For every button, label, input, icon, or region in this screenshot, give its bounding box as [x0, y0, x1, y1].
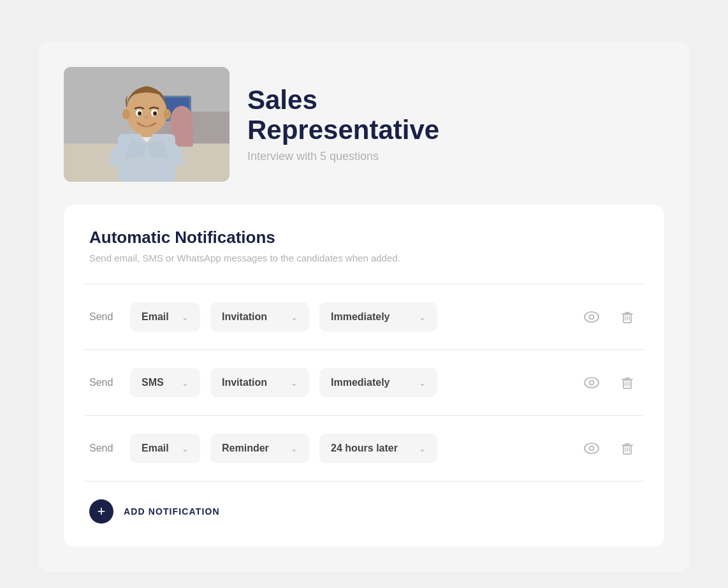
timing-dropdown-1[interactable]: Immediately ⌄ [319, 302, 437, 332]
template-dropdown-label-3: Reminder [222, 443, 269, 454]
preview-button-3[interactable] [580, 437, 603, 460]
template-dropdown-3[interactable]: Reminder ⌄ [210, 434, 309, 463]
timing-dropdown-2[interactable]: Immediately ⌄ [319, 368, 437, 397]
timing-dropdown-3[interactable]: 24 hours later ⌄ [319, 434, 437, 463]
chevron-down-icon: ⌄ [291, 444, 298, 453]
type-dropdown-2[interactable]: SMS ⌄ [130, 368, 200, 397]
delete-button-3[interactable] [616, 437, 639, 460]
svg-point-18 [163, 109, 171, 119]
add-notification-button[interactable]: + ADD NOTIFICATION [89, 481, 220, 524]
delete-button-2[interactable] [616, 371, 639, 394]
preview-button-2[interactable] [580, 371, 603, 394]
svg-point-15 [140, 112, 141, 114]
preview-button-1[interactable] [580, 305, 603, 328]
svg-point-13 [138, 112, 142, 116]
template-dropdown-label-1: Invitation [222, 311, 267, 323]
type-dropdown-label-1: Email [142, 311, 169, 323]
add-notification-label: ADD NOTIFICATION [124, 506, 220, 517]
delete-button-1[interactable] [616, 305, 639, 328]
notification-row-1: Send Email ⌄ Invitation ⌄ Immediately ⌄ [89, 284, 639, 349]
svg-point-10 [126, 91, 167, 135]
svg-point-20 [590, 315, 594, 320]
action-icons-3 [580, 437, 639, 460]
timing-dropdown-label-2: Immediately [331, 377, 389, 388]
type-dropdown-label-3: Email [142, 443, 169, 454]
timing-dropdown-label-3: 24 hours later [331, 443, 398, 454]
svg-point-14 [153, 112, 157, 116]
type-dropdown-3[interactable]: Email ⌄ [130, 434, 200, 463]
chevron-down-icon: ⌄ [291, 312, 298, 322]
main-container: Sales Representative Interview with 5 qu… [38, 41, 690, 572]
add-circle-icon: + [89, 499, 113, 524]
send-label-3: Send [89, 443, 120, 454]
send-label-1: Send [89, 311, 120, 323]
svg-point-19 [585, 312, 599, 322]
template-dropdown-label-2: Invitation [222, 377, 267, 388]
notification-card: Automatic Notifications Send email, SMS … [64, 205, 664, 547]
action-icons-1 [580, 305, 639, 328]
notification-row-2: Send SMS ⌄ Invitation ⌄ Immediately ⌄ [89, 350, 639, 415]
chevron-down-icon: ⌄ [419, 378, 426, 388]
chevron-down-icon: ⌄ [182, 444, 189, 453]
page-wrapper: Sales Representative Interview with 5 qu… [13, 13, 715, 588]
timing-dropdown-label-1: Immediately [331, 311, 389, 323]
action-icons-2 [580, 371, 639, 394]
avatar [64, 67, 229, 182]
plus-icon: + [98, 503, 106, 520]
svg-point-35 [585, 443, 599, 453]
chevron-down-icon: ⌄ [182, 312, 189, 322]
job-subtitle: Interview with 5 questions [247, 150, 439, 163]
chevron-down-icon: ⌄ [419, 312, 426, 322]
card-title: Automatic Notifications [89, 228, 639, 247]
svg-point-36 [590, 446, 594, 451]
card-description: Send email, SMS or WhatsApp messages to … [89, 253, 639, 263]
chevron-down-icon: ⌄ [419, 444, 426, 453]
header-section: Sales Representative Interview with 5 qu… [64, 67, 664, 182]
notification-row-3: Send Email ⌄ Reminder ⌄ 24 hours later ⌄ [89, 416, 639, 481]
svg-point-17 [122, 109, 130, 119]
job-title: Sales Representative [247, 85, 439, 144]
job-title-line2: Representative [247, 115, 439, 145]
template-dropdown-2[interactable]: Invitation ⌄ [210, 368, 309, 397]
svg-point-16 [155, 112, 156, 114]
svg-point-27 [585, 378, 599, 388]
job-info: Sales Representative Interview with 5 qu… [247, 85, 439, 163]
template-dropdown-1[interactable]: Invitation ⌄ [210, 302, 309, 332]
type-dropdown-1[interactable]: Email ⌄ [130, 302, 200, 332]
svg-point-28 [590, 381, 594, 385]
chevron-down-icon: ⌄ [291, 378, 298, 388]
chevron-down-icon: ⌄ [182, 378, 189, 388]
send-label-2: Send [89, 377, 120, 388]
type-dropdown-label-2: SMS [142, 377, 164, 388]
job-title-line1: Sales [247, 85, 317, 115]
